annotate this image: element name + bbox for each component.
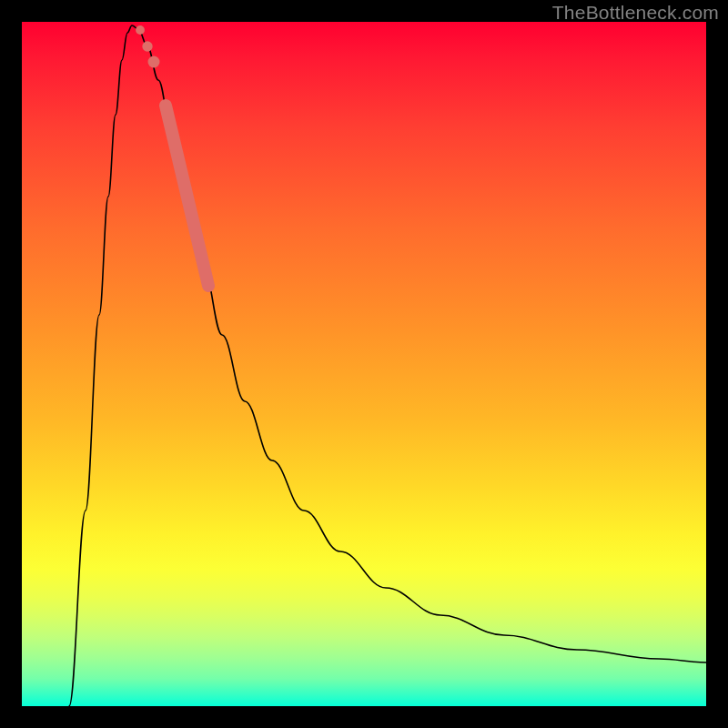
highlight-dot bbox=[136, 25, 145, 35]
highlight-dot bbox=[142, 41, 152, 51]
highlighted-segment bbox=[166, 106, 208, 286]
curve-layer bbox=[22, 22, 706, 706]
highlight-dot bbox=[148, 56, 160, 68]
plot-area bbox=[22, 22, 706, 706]
chart-frame: TheBottleneck.com bbox=[0, 0, 728, 728]
highlight-dots bbox=[136, 25, 159, 67]
watermark-text: TheBottleneck.com bbox=[552, 2, 719, 24]
